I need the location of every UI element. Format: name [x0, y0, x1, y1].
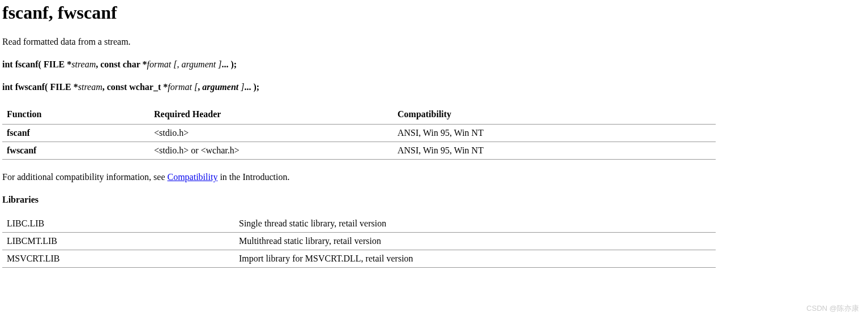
sig-text: , const wchar_t *	[102, 82, 168, 92]
cell-function: fwscanf	[2, 142, 149, 160]
sig-param: format	[168, 82, 194, 92]
table-row: fwscanf <stdio.h> or <wchar.h> ANSI, Win…	[2, 142, 716, 160]
compatibility-table: Function Required Header Compatibility f…	[2, 105, 716, 160]
header-function: Function	[2, 105, 149, 125]
cell-required-header: <stdio.h> or <wchar.h>	[149, 142, 393, 160]
cell-desc: Multithread static library, retail versi…	[234, 233, 716, 250]
sig-param: argument	[181, 59, 218, 69]
compat-text-after: in the Introduction.	[217, 172, 289, 182]
table-row: LIBC.LIB Single thread static library, r…	[2, 215, 716, 233]
sig-text: ,	[198, 82, 202, 92]
sig-text: int fscanf( FILE *	[2, 59, 71, 69]
sig-param: format	[147, 59, 174, 69]
function-signature-fwscanf: int fwscanf( FILE *stream, const wchar_t…	[2, 82, 866, 92]
description-text: Read formatted data from a stream.	[2, 37, 866, 47]
cell-lib: MSVCRT.LIB	[2, 250, 234, 268]
cell-desc: Import library for MSVCRT.DLL, retail ve…	[234, 250, 716, 268]
sig-text: , const char *	[96, 59, 147, 69]
libraries-table: LIBC.LIB Single thread static library, r…	[2, 215, 716, 268]
cell-compatibility: ANSI, Win 95, Win NT	[393, 142, 716, 160]
table-row: fscanf <stdio.h> ANSI, Win 95, Win NT	[2, 125, 716, 142]
cell-lib: LIBCMT.LIB	[2, 233, 234, 250]
sig-text: ... );	[244, 82, 259, 92]
compat-text-before: For additional compatibility information…	[2, 172, 168, 182]
cell-function: fscanf	[2, 125, 149, 142]
sig-param: stream	[71, 59, 96, 69]
table-row: LIBCMT.LIB Multithread static library, r…	[2, 233, 716, 250]
cell-required-header: <stdio.h>	[149, 125, 393, 142]
sig-param: argument	[202, 82, 241, 92]
page-title: fscanf, fwscanf	[2, 2, 866, 23]
header-compatibility: Compatibility	[393, 105, 716, 125]
sig-text: ... );	[221, 59, 237, 69]
table-row: MSVCRT.LIB Import library for MSVCRT.DLL…	[2, 250, 716, 268]
cell-desc: Single thread static library, retail ver…	[234, 215, 716, 233]
compatibility-link[interactable]: Compatibility	[168, 172, 218, 182]
function-signature-fscanf: int fscanf( FILE *stream, const char *fo…	[2, 59, 866, 70]
sig-param: stream	[78, 82, 102, 92]
sig-text: int fwscanf( FILE *	[2, 82, 78, 92]
libraries-heading: Libraries	[2, 195, 866, 205]
cell-lib: LIBC.LIB	[2, 215, 234, 233]
header-required-header: Required Header	[149, 105, 393, 125]
compatibility-paragraph: For additional compatibility information…	[2, 172, 866, 182]
cell-compatibility: ANSI, Win 95, Win NT	[393, 125, 716, 142]
table-header-row: Function Required Header Compatibility	[2, 105, 716, 125]
